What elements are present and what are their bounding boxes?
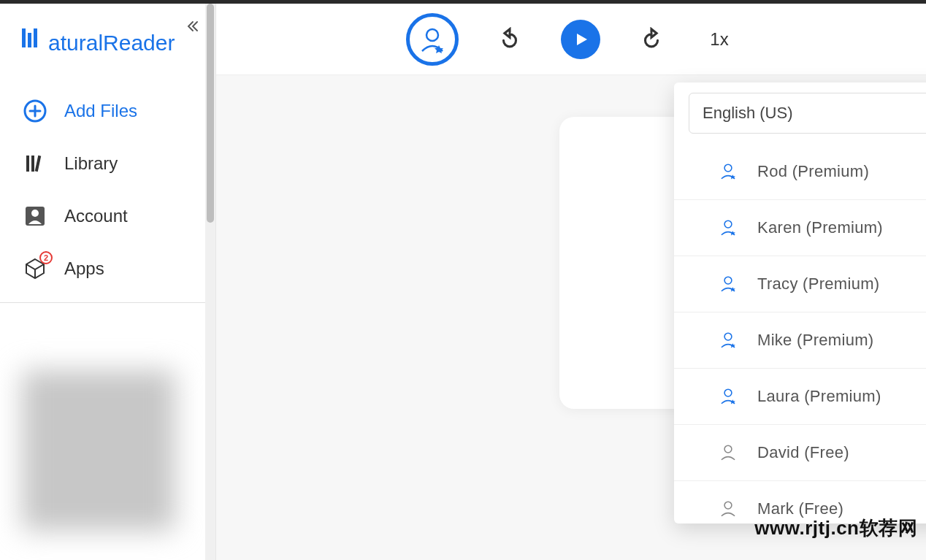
voice-avatar-icon — [715, 215, 741, 241]
sidebar: aturalReader Add Files Library Account — [0, 4, 216, 560]
svg-rect-1 — [28, 33, 31, 47]
apps-icon: 2 — [22, 256, 48, 282]
svg-point-14 — [724, 333, 732, 340]
apps-badge: 2 — [39, 251, 53, 264]
voice-list[interactable]: Rod (Premium) Karen (Premium) Tracy (Pre… — [674, 144, 926, 523]
sidebar-scrollbar-thumb[interactable] — [207, 4, 214, 223]
voice-avatar-icon — [715, 327, 741, 353]
svg-rect-2 — [34, 28, 37, 47]
voice-label: Karen (Premium) — [757, 218, 926, 237]
account-icon — [22, 203, 48, 229]
speed-button[interactable]: 1x — [703, 29, 735, 50]
sidebar-item-label: Account — [64, 206, 128, 226]
voice-row[interactable]: David (Free) — [674, 425, 926, 481]
main-area: 1x English (US) — [216, 4, 926, 560]
sidebar-item-account[interactable]: Account — [0, 190, 215, 242]
speed-label: 1x — [710, 29, 728, 49]
sidebar-scrollbar[interactable] — [205, 4, 215, 560]
voice-label: Rod (Premium) — [757, 162, 926, 181]
svg-rect-0 — [22, 28, 26, 47]
svg-rect-4 — [26, 156, 29, 172]
voice-row[interactable]: Rod (Premium) — [674, 144, 926, 200]
voice-avatar-icon — [715, 496, 741, 522]
logo-mark-icon — [20, 24, 47, 50]
sidebar-promo-placeholder — [22, 370, 175, 531]
svg-point-16 — [724, 445, 732, 453]
svg-point-12 — [724, 220, 732, 228]
svg-point-11 — [724, 164, 732, 172]
voice-selector-button[interactable] — [406, 13, 459, 66]
voice-avatar-icon — [715, 440, 741, 466]
person-star-icon — [718, 161, 738, 182]
voice-panel-header: English (US) — [674, 83, 926, 144]
app-root: aturalReader Add Files Library Account — [0, 0, 926, 560]
language-select[interactable]: English (US) — [689, 93, 926, 134]
person-star-icon — [718, 386, 738, 407]
voice-dropdown-panel: English (US) Rod (Premium) — [674, 83, 926, 523]
voice-row[interactable]: Laura (Premium) — [674, 369, 926, 425]
voice-avatar-icon — [715, 271, 741, 297]
svg-point-8 — [31, 210, 39, 217]
person-star-icon — [418, 25, 447, 54]
sidebar-item-label: Apps — [64, 258, 104, 279]
forward-icon — [639, 27, 664, 52]
svg-rect-5 — [31, 156, 34, 172]
voice-label: David (Free) — [757, 443, 926, 462]
sidebar-item-apps[interactable]: 2 Apps — [0, 242, 215, 295]
person-star-icon — [718, 274, 738, 294]
person-icon — [718, 499, 738, 519]
svg-point-17 — [724, 502, 732, 509]
language-label: English (US) — [703, 104, 792, 123]
sidebar-item-library[interactable]: Library — [0, 137, 215, 190]
logo-text: aturalReader — [48, 31, 175, 55]
voice-label: Tracy (Premium) — [757, 275, 926, 294]
sidebar-divider — [0, 302, 215, 303]
svg-point-15 — [724, 389, 732, 396]
rewind-button[interactable] — [494, 23, 526, 55]
voice-avatar-icon — [715, 158, 741, 185]
svg-point-13 — [724, 277, 732, 284]
voice-avatar-icon — [715, 383, 741, 410]
voice-label: Laura (Premium) — [757, 387, 926, 406]
library-icon — [22, 150, 48, 177]
plus-circle-icon — [22, 98, 48, 124]
sidebar-item-label: Add Files — [64, 101, 137, 121]
watermark-text: www.rjtj.cn软荐网 — [754, 515, 917, 541]
sidebar-collapse-button[interactable] — [186, 20, 199, 37]
player-toolbar: 1x — [216, 4, 926, 75]
sidebar-item-add-files[interactable]: Add Files — [0, 85, 215, 137]
sidebar-nav: Add Files Library Account 2 Apps — [0, 85, 215, 295]
svg-point-9 — [426, 29, 438, 41]
svg-rect-6 — [35, 156, 41, 172]
play-icon — [572, 31, 589, 48]
voice-label: Mike (Premium) — [757, 331, 926, 350]
person-star-icon — [718, 330, 738, 350]
forward-button[interactable] — [635, 23, 667, 55]
rewind-icon — [497, 27, 522, 52]
person-star-icon — [718, 218, 738, 238]
voice-row[interactable]: Karen (Premium) — [674, 200, 926, 256]
voice-row[interactable]: Tracy (Premium) — [674, 256, 926, 312]
sidebar-item-label: Library — [64, 153, 118, 174]
play-button[interactable] — [561, 20, 600, 59]
voice-row[interactable]: Mike (Premium) — [674, 312, 926, 369]
person-icon — [718, 442, 738, 463]
